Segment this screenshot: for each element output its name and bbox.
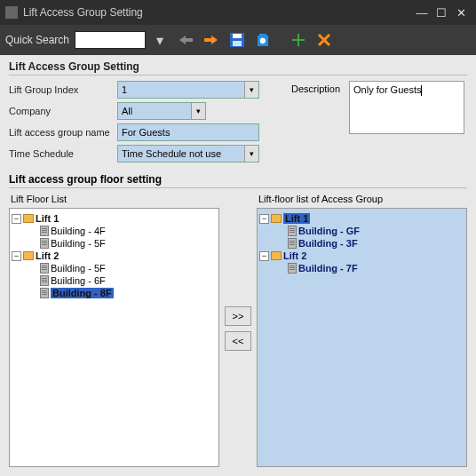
cancel-button[interactable] [313,28,336,52]
folder-icon [23,251,34,260]
x-icon [316,32,332,48]
collapse-icon[interactable]: − [259,251,269,261]
save-button[interactable] [226,28,249,52]
tree-node-floor-selected[interactable]: Building - 8F [12,287,217,299]
tree-node-lift2[interactable]: −Lift 2 [12,250,217,262]
form-section-header: Lift Access Group Setting [9,60,467,75]
title-bar: Lift Access Group Setting — ☐ ✕ [0,0,476,25]
floor-icon [40,226,49,236]
delete-button[interactable] [251,28,274,52]
time-schedule-value: Time Schedule not use [122,148,221,159]
content-area: Lift Access Group Setting Lift Group Ind… [0,55,476,476]
toolbar: Quick Search ▾ [0,25,476,55]
lift-group-index-label: Lift Group Index [9,84,117,95]
arrow-left-icon [178,34,194,46]
move-right-button[interactable]: >> [225,306,251,326]
svg-rect-1 [233,34,242,38]
floor-icon [40,238,49,249]
floor-icon [288,263,297,274]
group-name-label: Lift access group name [9,127,117,138]
time-schedule-combo[interactable]: Time Schedule not use ▾ [117,145,259,163]
description-label: Description [291,83,340,166]
folder-icon [271,251,282,260]
floor-icon [40,288,49,298]
floor-setting-header: Lift access group floor setting [9,173,467,188]
maximize-button[interactable]: ☐ [432,6,451,20]
folder-icon [23,214,34,223]
tree-node-floor[interactable]: Building - 4F [12,225,217,237]
company-value: All [122,106,132,116]
arrow-right-icon [203,34,219,46]
group-name-input[interactable]: For Guests [117,123,259,141]
right-list-header: Lift-floor list of Access Group [257,190,467,208]
chevron-down-icon: ▾ [244,146,258,162]
tree-node-floor[interactable]: Building - 5F [12,237,217,250]
quicksearch-input[interactable] [75,31,146,49]
minimize-button[interactable]: — [412,6,432,20]
next-button[interactable] [200,28,223,52]
tree-node-lift2[interactable]: −Lift 2 [259,250,464,262]
collapse-icon[interactable]: − [12,214,21,224]
folder-icon [271,214,282,223]
plus-icon [290,32,306,48]
chevron-down-icon: ▾ [191,103,205,119]
svg-rect-2 [233,41,242,46]
collapse-icon[interactable]: − [259,214,269,224]
tree-node-floor[interactable]: Building - GF [259,225,464,237]
save-icon [229,32,245,48]
access-group-list[interactable]: −Lift 1 Building - GF Building - 3F −Lif… [257,208,467,467]
lift-floor-list[interactable]: −Lift 1 Building - 4F Building - 5F −Lif… [9,208,219,467]
description-textarea[interactable]: Only for Guests [349,81,464,134]
collapse-icon[interactable]: − [12,251,21,261]
floor-icon [40,275,49,286]
add-button[interactable] [287,28,310,52]
tree-node-lift1[interactable]: −Lift 1 [259,212,464,225]
group-name-value: For Guests [122,127,170,138]
tree-node-floor[interactable]: Building - 7F [259,262,464,274]
floor-icon [288,226,297,236]
company-combo[interactable]: All ▾ [117,102,206,120]
company-label: Company [9,106,117,116]
window-title: Lift Access Group Setting [23,6,412,19]
floor-icon [288,238,297,249]
svg-rect-4 [259,34,266,36]
close-button[interactable]: ✕ [451,6,471,20]
description-value: Only for Guests [353,84,421,95]
previous-button[interactable] [174,28,197,52]
app-window: Lift Access Group Setting — ☐ ✕ Quick Se… [0,0,476,476]
time-schedule-label: Time Schedule [9,148,117,159]
lift-group-index-combo[interactable]: 1 ▾ [117,81,259,99]
trash-icon [255,32,271,48]
tree-node-lift1[interactable]: −Lift 1 [12,212,217,225]
tree-node-floor[interactable]: Building - 3F [259,237,464,250]
floor-icon [40,263,49,274]
left-list-header: Lift Floor List [9,190,219,208]
lift-group-index-value: 1 [122,84,127,95]
quicksearch-dropdown-button[interactable]: ▾ [148,28,171,52]
quicksearch-label: Quick Search [5,34,69,46]
tree-node-floor[interactable]: Building - 6F [12,274,217,287]
move-left-button[interactable]: << [225,331,251,351]
tree-node-floor[interactable]: Building - 5F [12,262,217,274]
chevron-down-icon: ▾ [244,82,258,98]
